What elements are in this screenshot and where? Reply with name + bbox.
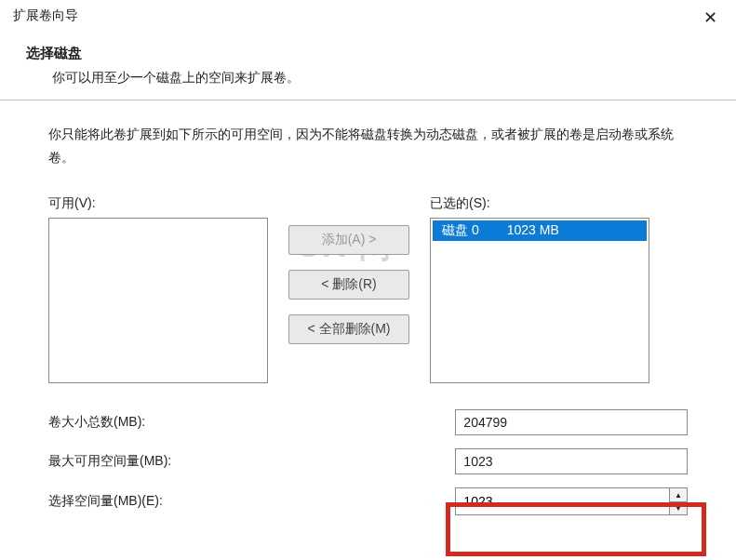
- size-fields: 卷大小总数(MB): 204799 最大可用空间量(MB): 1023 选择空间…: [48, 409, 688, 515]
- page-title: 选择磁盘: [26, 45, 710, 62]
- list-item[interactable]: 磁盘 01023 MB: [433, 220, 647, 241]
- close-icon[interactable]: ✕: [696, 7, 725, 28]
- select-space-input[interactable]: [455, 487, 669, 515]
- selected-column: 已选的(S): 磁盘 01023 MB: [430, 195, 649, 383]
- available-label: 可用(V):: [48, 195, 268, 212]
- remove-button[interactable]: < 删除(R): [288, 270, 409, 300]
- page-subtitle: 你可以用至少一个磁盘上的空间来扩展卷。: [26, 70, 710, 87]
- title-bar: 扩展卷向导 ✕: [0, 0, 736, 35]
- disk-size: 1023 MB: [507, 222, 559, 239]
- spinner-buttons: ▲ ▼: [669, 487, 688, 515]
- window-title: 扩展卷向导: [13, 7, 78, 24]
- max-space-label: 最大可用空间量(MB):: [48, 453, 455, 470]
- max-space-row: 最大可用空间量(MB): 1023: [48, 448, 688, 474]
- disk-lists-row: 可用(V): GX 网 添加(A) > < 删除(R) < 全部删除(M) 已选…: [48, 195, 688, 383]
- selected-listbox[interactable]: 磁盘 01023 MB: [430, 218, 649, 383]
- wizard-header: 选择磁盘 你可以用至少一个磁盘上的空间来扩展卷。: [0, 35, 736, 100]
- transfer-buttons: GX 网 添加(A) > < 删除(R) < 全部删除(M): [288, 195, 409, 344]
- selected-label: 已选的(S):: [430, 195, 649, 212]
- total-size-label: 卷大小总数(MB):: [48, 414, 455, 431]
- available-listbox[interactable]: [48, 218, 268, 383]
- select-space-label: 选择空间量(MB)(E):: [48, 493, 455, 510]
- select-space-row: 选择空间量(MB)(E): ▲ ▼: [48, 487, 688, 515]
- add-button[interactable]: 添加(A) >: [288, 225, 409, 255]
- wizard-content: 你只能将此卷扩展到如下所示的可用空间，因为不能将磁盘转换为动态磁盘，或者被扩展的…: [0, 100, 736, 536]
- select-space-spinner[interactable]: ▲ ▼: [455, 487, 688, 515]
- disk-name: 磁盘 0: [442, 222, 479, 239]
- spin-down-icon[interactable]: ▼: [670, 502, 687, 515]
- max-space-value: 1023: [455, 448, 688, 474]
- remove-all-button[interactable]: < 全部删除(M): [288, 314, 409, 344]
- spin-up-icon[interactable]: ▲: [670, 488, 687, 502]
- description-text: 你只能将此卷扩展到如下所示的可用空间，因为不能将磁盘转换为动态磁盘，或者被扩展的…: [48, 123, 688, 169]
- total-size-value: 204799: [455, 409, 688, 435]
- available-column: 可用(V):: [48, 195, 268, 383]
- total-size-row: 卷大小总数(MB): 204799: [48, 409, 688, 435]
